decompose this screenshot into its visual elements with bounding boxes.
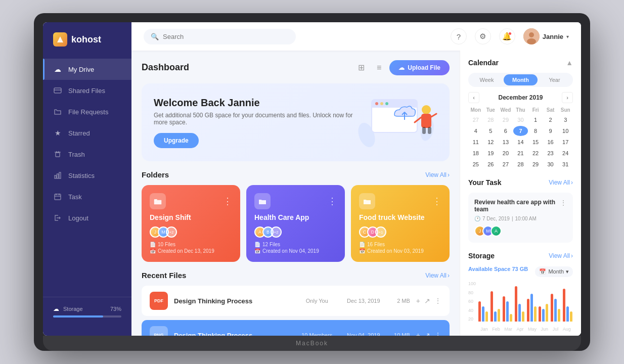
cal-day[interactable]: 18 — [468, 148, 483, 158]
cal-day[interactable]: 29 — [528, 159, 543, 169]
cal-day[interactable]: 30 — [543, 159, 558, 169]
member-avatar-more: +2 — [166, 226, 177, 238]
cal-day[interactable]: 5 — [483, 126, 499, 136]
cal-day[interactable]: 15 — [528, 137, 543, 147]
folder-files: 📄 16 Files — [359, 242, 441, 247]
cal-day[interactable]: 10 — [558, 126, 573, 136]
sidebar-item-task[interactable]: Task — [43, 186, 131, 207]
cal-day[interactable]: 28 — [483, 115, 499, 125]
cal-day[interactable]: 27 — [498, 159, 513, 169]
cal-day[interactable]: 13 — [498, 137, 513, 147]
svg-rect-10 — [55, 194, 61, 200]
share-file-button[interactable]: ↗ — [424, 331, 430, 336]
cal-day[interactable]: 12 — [483, 137, 499, 147]
cal-day[interactable]: 27 — [468, 115, 483, 125]
dashboard-header: Dashboard ⊞ ≡ ☁ Upload File — [142, 60, 450, 75]
notifications-button[interactable]: 🔔 — [499, 28, 515, 44]
macbook-wrapper: kohost ☁ My Drive Shared Files — [34, 13, 590, 351]
calendar-next-button[interactable]: › — [562, 92, 573, 103]
upgrade-button[interactable]: Upgrade — [154, 133, 199, 148]
folder-card-design-shift[interactable]: ⋮ Design Shift J M +2 📄 10 Files 📅 Creat… — [142, 185, 240, 262]
cal-day[interactable]: 21 — [513, 148, 528, 158]
folder-menu-button[interactable]: ⋮ — [328, 196, 337, 207]
sidebar-item-statistics[interactable]: Statistics — [43, 165, 131, 186]
user-name: Jannie — [543, 33, 563, 40]
sidebar-item-starred[interactable]: ★ Starred — [43, 122, 131, 144]
grid-view-button[interactable]: ⊞ — [354, 60, 369, 75]
cal-day[interactable]: 20 — [498, 148, 513, 158]
calendar-collapse-button[interactable]: ▲ — [566, 59, 573, 67]
storage-period-select[interactable]: 📅 Month ▾ — [535, 266, 573, 277]
calendar-grid: Mon Tue Wed Thu Fri Sat Sun 27 28 — [468, 107, 573, 169]
task-avatar: A — [491, 225, 502, 237]
cloud-storage-icon: ☁ — [53, 305, 59, 312]
calendar-month-label: December 2019 — [498, 94, 543, 101]
add-file-button[interactable]: + — [416, 331, 420, 336]
cal-day[interactable]: 25 — [468, 159, 483, 169]
cal-day[interactable]: 28 — [513, 159, 528, 169]
folder-menu-button[interactable]: ⋮ — [223, 196, 232, 207]
cal-day[interactable]: 29 — [498, 115, 513, 125]
cal-day[interactable]: 8 — [528, 126, 543, 136]
share-file-button[interactable]: ↗ — [424, 297, 430, 305]
sidebar-item-label: Statistics — [68, 172, 95, 179]
cal-day[interactable]: 31 — [558, 159, 573, 169]
chart-icon — [53, 171, 62, 180]
svg-rect-9 — [59, 172, 61, 178]
cal-day[interactable]: 30 — [513, 115, 528, 125]
file-size: 10 MB — [390, 332, 410, 336]
cal-day[interactable]: 22 — [528, 148, 543, 158]
task-more-button[interactable]: ⋮ — [560, 199, 567, 207]
more-file-button[interactable]: ⋮ — [434, 331, 441, 336]
cloud-icon: ☁ — [53, 65, 62, 74]
sidebar: kohost ☁ My Drive Shared Files — [43, 22, 131, 336]
sidebar-item-my-drive[interactable]: ☁ My Drive — [43, 59, 131, 80]
storage-view-all[interactable]: View All › — [549, 252, 573, 259]
folder-card-food-truck[interactable]: ⋮ Food truck Website C D +1 📄 16 Files 📅… — [351, 185, 450, 262]
macbook-chin: MacBook — [43, 336, 581, 351]
cal-day[interactable]: 2 — [543, 115, 558, 125]
folders-view-all[interactable]: View All › — [425, 171, 450, 178]
list-view-button[interactable]: ≡ — [373, 60, 385, 75]
svg-line-29 — [431, 114, 436, 117]
sidebar-item-shared-files[interactable]: Shared Files — [43, 80, 131, 101]
user-info[interactable]: Jannie ▾ — [523, 28, 569, 44]
cal-day[interactable]: 3 — [558, 115, 573, 125]
folder-meta: 📄 10 Files 📅 Created on Dec 13, 2019 — [150, 242, 232, 254]
cal-day[interactable]: 26 — [483, 159, 499, 169]
cal-day[interactable]: 9 — [543, 126, 558, 136]
tab-week[interactable]: Week — [470, 74, 504, 85]
storage-panel-title: Storage — [468, 252, 495, 260]
cal-day-today[interactable]: 7 — [513, 126, 528, 136]
more-file-button[interactable]: ⋮ — [434, 297, 441, 305]
tab-month[interactable]: Month — [504, 74, 538, 85]
search-input[interactable] — [163, 33, 289, 40]
tab-year[interactable]: Year — [538, 74, 571, 85]
calendar-prev-button[interactable]: ‹ — [468, 92, 479, 103]
folder-card-health-care[interactable]: ⋮ Health Care App A B +2 📄 12 Files 📅 Cr… — [246, 185, 345, 262]
cal-day[interactable]: 19 — [483, 148, 499, 158]
cal-day[interactable]: 24 — [558, 148, 573, 158]
cal-day[interactable]: 23 — [543, 148, 558, 158]
dashboard-actions: ⊞ ≡ ☁ Upload File — [354, 60, 450, 75]
cal-day[interactable]: 6 — [498, 126, 513, 136]
cal-day[interactable]: 1 — [528, 115, 543, 125]
add-file-button[interactable]: + — [416, 297, 420, 305]
sidebar-item-logout[interactable]: Logout — [43, 207, 131, 229]
cal-day[interactable]: 17 — [558, 137, 573, 147]
chart-bar-group — [539, 304, 549, 322]
upload-file-button[interactable]: ☁ Upload File — [389, 60, 450, 75]
cal-day[interactable]: 14 — [513, 137, 528, 147]
recent-files-view-all[interactable]: View All › — [425, 272, 450, 279]
sidebar-item-trash[interactable]: Trash — [43, 144, 131, 165]
help-button[interactable]: ? — [451, 28, 467, 44]
cal-day[interactable]: 11 — [468, 137, 483, 147]
settings-button[interactable]: ⚙ — [475, 28, 491, 44]
task-view-all[interactable]: View All › — [549, 179, 573, 186]
cal-day[interactable]: 16 — [543, 137, 558, 147]
folder-members: C D +1 — [359, 226, 441, 238]
cal-day[interactable]: 4 — [468, 126, 483, 136]
folder-menu-button[interactable]: ⋮ — [432, 196, 441, 207]
storage-chart: 100 80 60 40 20 — [468, 281, 573, 332]
sidebar-item-file-requests[interactable]: File Requests — [43, 101, 131, 122]
